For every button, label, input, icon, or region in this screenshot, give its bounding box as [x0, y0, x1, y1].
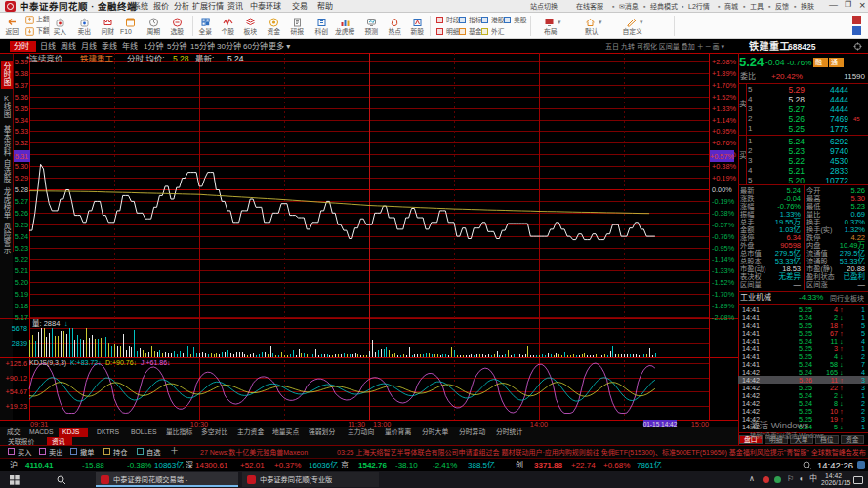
svg-text:+1.14%: +1.14% [712, 116, 736, 125]
svg-text:+1.89%: +1.89% [712, 69, 736, 78]
svg-text:5.27: 5.27 [15, 197, 28, 206]
svg-text:+54.67: +54.67 [5, 387, 27, 396]
svg-text:K:+83.72↓: K:+83.72↓ [70, 359, 102, 366]
svg-text:5.19: 5.19 [15, 290, 28, 299]
svg-text:5.21: 5.21 [15, 266, 28, 275]
svg-text:5.35: 5.35 [15, 104, 28, 113]
svg-text:2839: 2839 [12, 339, 27, 347]
svg-text:5.24: 5.24 [15, 232, 28, 241]
svg-text:5.22: 5.22 [15, 255, 28, 264]
svg-text:分时 均价:: 分时 均价: [127, 54, 165, 63]
svg-text:-1.70%: -1.70% [712, 290, 735, 299]
svg-text:最新:: 最新: [195, 54, 214, 63]
svg-text:5.30: 5.30 [15, 162, 28, 171]
svg-text:+90.12: +90.12 [5, 374, 27, 383]
svg-text:铁建重工: 铁建重工 [80, 54, 114, 63]
svg-text:5.26: 5.26 [15, 209, 28, 218]
svg-text:↓: ↓ [64, 319, 68, 328]
svg-text:5.31: 5.31 [15, 152, 28, 161]
svg-text:5.33: 5.33 [15, 127, 28, 136]
svg-text:+0.95%: +0.95% [712, 127, 736, 136]
svg-text:5.37: 5.37 [15, 81, 28, 90]
svg-text:5.17: 5.17 [15, 313, 28, 322]
svg-text:J:+61.86↓: J:+61.86↓ [141, 359, 171, 366]
svg-text:量: 2884: 量: 2884 [32, 319, 60, 328]
svg-text:+2.08%: +2.08% [712, 58, 736, 66]
svg-text:+0.76%: +0.76% [712, 139, 736, 147]
svg-text:0.00%: 0.00% [712, 185, 732, 194]
svg-text:D:+90.76↓: D:+90.76↓ [105, 359, 137, 366]
svg-text:5.23: 5.23 [15, 244, 28, 253]
svg-text:5678: 5678 [12, 324, 27, 333]
svg-text:5.25: 5.25 [15, 221, 28, 229]
svg-text:5.34: 5.34 [15, 116, 28, 125]
svg-text:+0.19%: +0.19% [712, 174, 736, 183]
svg-text:-1.89%: -1.89% [712, 302, 735, 310]
svg-text:-2.08%: -2.08% [712, 313, 735, 322]
svg-text:+19.23: +19.23 [5, 402, 27, 411]
svg-text:*连续竞价: *连续竞价 [26, 54, 63, 63]
svg-text:+1.52%: +1.52% [712, 93, 736, 102]
svg-text:KDJS(9,3,3): KDJS(9,3,3) [29, 359, 66, 367]
svg-text:5.28: 5.28 [173, 54, 189, 63]
svg-text:5.24: 5.24 [227, 54, 244, 63]
svg-text:5.38: 5.38 [15, 69, 28, 78]
svg-text:+0.57%: +0.57% [710, 152, 734, 161]
svg-text:5.28: 5.28 [15, 185, 28, 194]
svg-text:+1.33%: +1.33% [712, 104, 736, 113]
svg-text:+1.70%: +1.70% [712, 81, 736, 90]
svg-text:5.32: 5.32 [15, 139, 28, 147]
svg-text:5.29: 5.29 [15, 174, 28, 183]
svg-text:01-15 14:42: 01-15 14:42 [643, 421, 678, 427]
svg-text:+125.6: +125.6 [5, 359, 27, 368]
svg-text:+0.38%: +0.38% [712, 162, 736, 171]
svg-text:5.36: 5.36 [15, 93, 28, 102]
svg-text:5.20: 5.20 [15, 278, 28, 287]
svg-text:5.18: 5.18 [15, 302, 28, 310]
